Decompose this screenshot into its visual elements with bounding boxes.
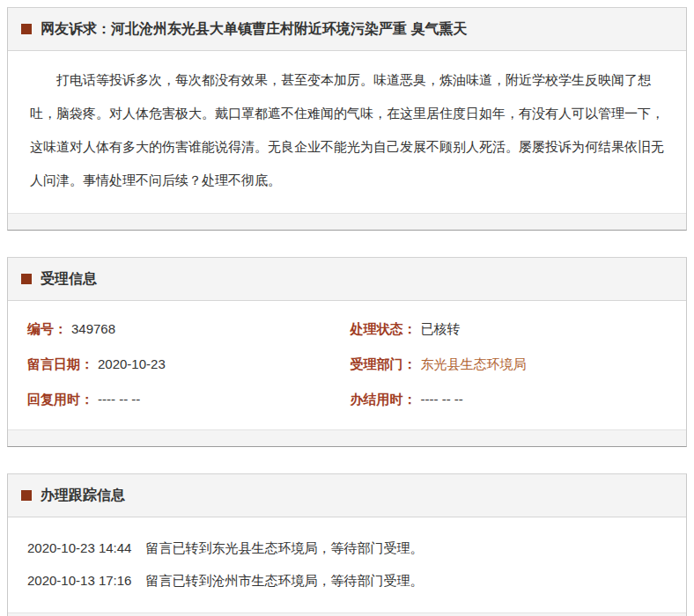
complaint-detail-page: 网友诉求：河北沧州东光县大单镇曹庄村附近环境污染严重 臭气熏天 打电话等投诉多次… bbox=[0, 0, 694, 616]
field-reply-duration-value: ---- -- -- bbox=[98, 392, 140, 407]
tracking-section: 办理跟踪信息 2020-10-23 14:44留言已转到东光县生态环境局，等待部… bbox=[7, 473, 687, 616]
acceptance-footer-strip bbox=[8, 429, 686, 446]
tracking-entry-text: 留言已转到东光县生态环境局，等待部门受理。 bbox=[145, 540, 423, 555]
tracking-entry-text: 留言已转到沧州市生态环境局，等待部门受理。 bbox=[145, 573, 423, 588]
field-case-number: 编号：349768 bbox=[27, 312, 351, 347]
field-completion-duration-label: 办结用时： bbox=[351, 392, 417, 407]
tracking-title: 办理跟踪信息 bbox=[41, 488, 125, 503]
acceptance-fields: 编号：349768 处理状态：已核转 留言日期：2020-10-23 受理部门：… bbox=[8, 301, 686, 429]
tracking-section-header: 办理跟踪信息 bbox=[8, 474, 686, 517]
accepting-department-link[interactable]: 东光县生态环境局 bbox=[421, 356, 527, 371]
field-case-number-label: 编号： bbox=[27, 321, 67, 336]
field-process-status-value: 已核转 bbox=[421, 321, 461, 336]
field-message-date: 留言日期：2020-10-23 bbox=[27, 347, 351, 382]
tracking-body: 2020-10-23 14:44留言已转到东光县生态环境局，等待部门受理。 20… bbox=[8, 517, 686, 612]
field-process-status: 处理状态：已核转 bbox=[351, 312, 674, 347]
square-bullet-icon bbox=[21, 274, 32, 284]
square-bullet-icon bbox=[21, 24, 32, 34]
acceptance-section-header: 受理信息 bbox=[8, 258, 686, 301]
acceptance-section: 受理信息 编号：349768 处理状态：已核转 留言日期：2020-10-23 … bbox=[7, 257, 687, 447]
field-accepting-department: 受理部门：东光县生态环境局 bbox=[351, 347, 674, 382]
complaint-section-header: 网友诉求：河北沧州东光县大单镇曹庄村附近环境污染严重 臭气熏天 bbox=[8, 8, 686, 51]
tracking-entry: 2020-10-23 14:44留言已转到东光县生态环境局，等待部门受理。 bbox=[27, 532, 673, 564]
complaint-section: 网友诉求：河北沧州东光县大单镇曹庄村附近环境污染严重 臭气熏天 打电话等投诉多次… bbox=[7, 7, 687, 231]
tracking-entry-time: 2020-10-23 14:44 bbox=[27, 540, 131, 555]
field-reply-duration: 回复用时：---- -- -- bbox=[27, 382, 351, 417]
complaint-title: 网友诉求：河北沧州东光县大单镇曹庄村附近环境污染严重 臭气熏天 bbox=[41, 21, 467, 37]
field-completion-duration: 办结用时：---- -- -- bbox=[351, 382, 674, 417]
square-bullet-icon bbox=[21, 490, 32, 501]
field-reply-duration-label: 回复用时： bbox=[27, 392, 93, 407]
field-process-status-label: 处理状态： bbox=[351, 321, 417, 336]
tracking-footer-strip bbox=[8, 612, 686, 616]
complaint-footer-strip bbox=[8, 213, 686, 230]
tracking-entry: 2020-10-13 17:16留言已转到沧州市生态环境局，等待部门受理。 bbox=[27, 564, 673, 597]
field-completion-duration-value: ---- -- -- bbox=[421, 392, 463, 407]
field-case-number-value: 349768 bbox=[71, 321, 115, 336]
field-accepting-department-label: 受理部门： bbox=[351, 356, 417, 371]
complaint-body: 打电话等投诉多次，每次都没有效果，甚至变本加厉。味道恶臭，炼油味道，附近学校学生… bbox=[8, 51, 686, 213]
field-message-date-label: 留言日期： bbox=[27, 356, 93, 371]
acceptance-title: 受理信息 bbox=[41, 271, 97, 287]
complaint-text: 打电话等投诉多次，每次都没有效果，甚至变本加厉。味道恶臭，炼油味道，附近学校学生… bbox=[30, 63, 664, 197]
tracking-entry-time: 2020-10-13 17:16 bbox=[27, 573, 131, 588]
field-message-date-value: 2020-10-23 bbox=[98, 356, 166, 371]
